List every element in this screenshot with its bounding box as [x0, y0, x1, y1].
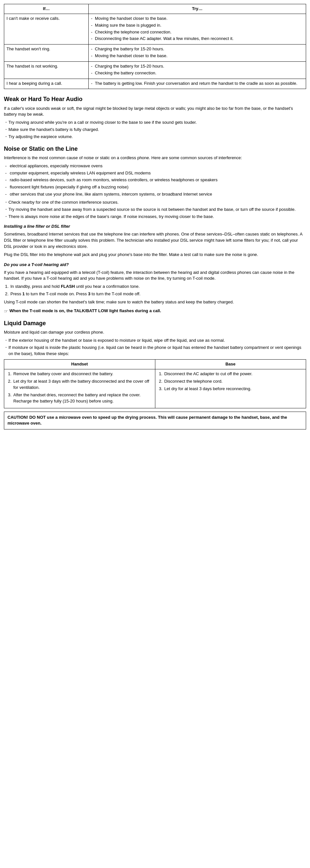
- try-item: -Moving the handset closer to the base.: [91, 53, 304, 59]
- liquid-handset-steps: Remove the battery cover and disconnect …: [4, 369, 155, 408]
- handset-steps-list: Remove the battery cover and disconnect …: [7, 371, 152, 404]
- noise-dash-list: electrical appliances, especially microw…: [4, 163, 306, 197]
- try-item: -Disconnecting the base AC adapter. Wait…: [91, 36, 304, 42]
- list-item: Disconnect the AC adapter to cut off the…: [164, 371, 304, 377]
- weak-audio-intro: If a caller's voice sounds weak or soft,…: [4, 105, 306, 118]
- table-cell-if: I hear a beeping during a call.: [4, 79, 89, 89]
- tcoil-note: Using T-coil mode can shorten the handse…: [4, 299, 306, 305]
- try-item: -Checking the telephone cord connection.: [91, 29, 304, 35]
- list-item: Check nearby for one of the common inter…: [4, 199, 306, 206]
- list-item: other services that use your phone line,…: [5, 191, 306, 197]
- list-item: radio-based wireless devices, such as ro…: [5, 177, 306, 183]
- list-item: Let dry for at least 3 days before recon…: [164, 386, 304, 392]
- list-item: electrical appliances, especially microw…: [5, 163, 306, 169]
- filter-paragraphs: Sometimes, broadband Internet services t…: [4, 231, 306, 258]
- table-cell-try: -Charging the battery for 15-20 hours.-C…: [89, 61, 306, 79]
- liquid-bullets: If the exterior housing of the handset o…: [4, 338, 306, 357]
- list-item: computer equipment, especially wireless …: [5, 170, 306, 176]
- try-item: -Charging the battery for 15-20 hours.: [91, 63, 304, 69]
- tcoil-heading-text: Do you use a T-coil hearing aid?: [4, 262, 68, 267]
- table-cell-if: The handset is not working.: [4, 61, 89, 79]
- try-item: -Moving the handset closer to the base.: [91, 16, 304, 22]
- try-item: -Charging the battery for 15-20 hours.: [91, 46, 304, 52]
- filter-para: Plug the DSL filter into the telephone w…: [4, 252, 306, 258]
- tcoil-intro: If you have a hearing aid equipped with …: [4, 270, 306, 282]
- list-item: In standby, press and hold FLASH until y…: [10, 284, 306, 290]
- warning-icon: ☞: [4, 308, 8, 314]
- liquid-base-steps: Disconnect the AC adapter to cut off the…: [155, 369, 306, 408]
- list-item: Try adjusting the earpiece volume.: [4, 134, 306, 140]
- list-item: Try moving around while you're on a call…: [4, 120, 306, 126]
- list-item: Let dry for at least 3 days with the bat…: [13, 378, 152, 391]
- list-item: After the handset dries, reconnect the b…: [13, 392, 152, 404]
- noise-intro: Interference is the most common cause of…: [4, 155, 306, 161]
- liquid-intro: Moisture and liquid can damage your cord…: [4, 330, 306, 336]
- list-item: Disconnect the telephone cord.: [164, 378, 304, 384]
- tcoil-warning-text: When the T-coil mode is on, the TALK/BAT…: [9, 308, 161, 314]
- table-header-if: If…: [4, 4, 89, 14]
- tcoil-warning-block: ☞ When the T-coil mode is on, the TALK/B…: [4, 308, 306, 314]
- table-header-try: Try…: [89, 4, 306, 14]
- noise-heading: Noise or Static on the Line: [4, 145, 306, 153]
- liquid-table-header-base: Base: [155, 360, 306, 369]
- table-cell-try: -Charging the battery for 15-20 hours.-M…: [89, 44, 306, 62]
- list-item: There is always more noise at the edges …: [4, 214, 306, 220]
- list-item: Make sure the handset's battery is fully…: [4, 127, 306, 133]
- liquid-table-header-handset: Handset: [4, 360, 155, 369]
- table-cell-try: -The battery is getting low. Finish your…: [89, 79, 306, 89]
- noise-dot-bullets: Check nearby for one of the common inter…: [4, 199, 306, 220]
- caution-block: CAUTION! DO NOT use a microwave oven to …: [4, 411, 306, 430]
- filter-heading: Installing a line filter or DSL filter: [4, 223, 306, 230]
- table-cell-if: I can't make or receive calls.: [4, 13, 89, 44]
- list-item: Remove the battery cover and disconnect …: [13, 371, 152, 377]
- tcoil-heading: Do you use a T-coil hearing aid?: [4, 262, 306, 268]
- weak-audio-heading: Weak or Hard To Hear Audio: [4, 95, 306, 103]
- base-steps-list: Disconnect the AC adapter to cut off the…: [158, 371, 304, 392]
- try-item: -The battery is getting low. Finish your…: [91, 81, 304, 87]
- table-cell-if: The handset won't ring.: [4, 44, 89, 62]
- list-item: If the exterior housing of the handset o…: [4, 338, 306, 344]
- weak-audio-bullets: Try moving around while you're on a call…: [4, 120, 306, 140]
- list-item: Press 1 to turn the T-coil mode on. Pres…: [10, 291, 306, 297]
- try-item: -Making sure the base is plugged in.: [91, 23, 304, 29]
- filter-para: Sometimes, broadband Internet services t…: [4, 231, 306, 250]
- tcoil-steps: In standby, press and hold FLASH until y…: [4, 284, 306, 297]
- list-item: Try moving the handset and base away fro…: [4, 207, 306, 213]
- list-item: fluorescent light fixtures (especially i…: [5, 184, 306, 190]
- liquid-heading: Liquid Damage: [4, 319, 306, 328]
- try-item: -Checking the battery connection.: [91, 70, 304, 76]
- table-cell-try: -Moving the handset closer to the base.-…: [89, 13, 306, 44]
- list-item: If moisture or liquid is inside the plas…: [4, 345, 306, 357]
- liquid-table: Handset Base Remove the battery cover an…: [4, 359, 306, 408]
- troubleshooting-table: If… Try… I can't make or receive calls.-…: [4, 4, 306, 89]
